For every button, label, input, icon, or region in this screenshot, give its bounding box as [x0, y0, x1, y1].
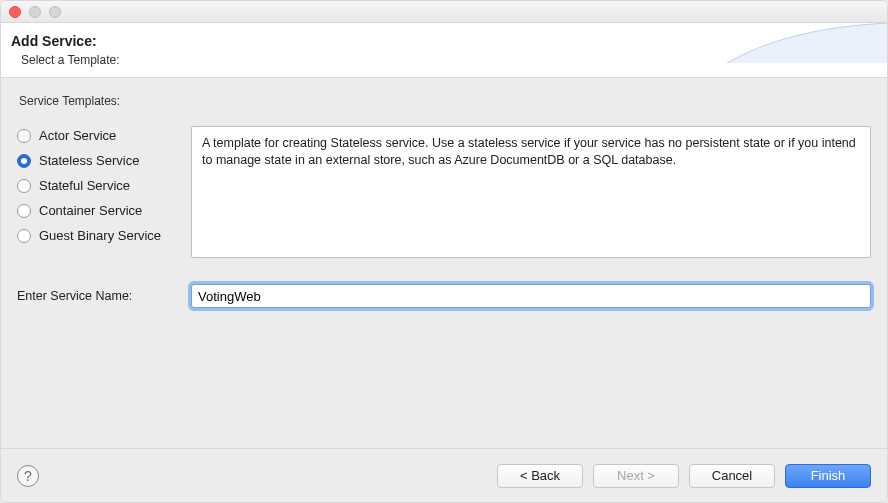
titlebar — [1, 1, 887, 23]
cancel-button[interactable]: Cancel — [689, 464, 775, 488]
radio-label: Actor Service — [39, 128, 116, 143]
dialog-body: Service Templates: Actor Service Statele… — [1, 78, 887, 448]
radio-stateful-service[interactable]: Stateful Service — [17, 178, 177, 193]
back-button[interactable]: < Back — [497, 464, 583, 488]
radio-label: Stateless Service — [39, 153, 139, 168]
dialog-footer: ? < Back Next > Cancel Finish — [1, 448, 887, 502]
radio-guest-binary-service[interactable]: Guest Binary Service — [17, 228, 177, 243]
service-name-label: Enter Service Name: — [17, 289, 177, 303]
service-name-input[interactable] — [191, 284, 871, 308]
next-button: Next > — [593, 464, 679, 488]
radio-stateless-service[interactable]: Stateless Service — [17, 153, 177, 168]
templates-group-label: Service Templates: — [19, 94, 871, 108]
radio-label: Stateful Service — [39, 178, 130, 193]
maximize-icon — [49, 6, 61, 18]
radio-icon — [17, 229, 31, 243]
radio-icon — [17, 204, 31, 218]
template-description: A template for creating Stateless servic… — [191, 126, 871, 258]
page-subtitle: Select a Template: — [21, 53, 877, 67]
close-icon[interactable] — [9, 6, 21, 18]
radio-label: Guest Binary Service — [39, 228, 161, 243]
radio-icon — [17, 179, 31, 193]
finish-button[interactable]: Finish — [785, 464, 871, 488]
dialog-window: Add Service: Select a Template: Service … — [0, 0, 888, 503]
service-name-row: Enter Service Name: — [17, 284, 871, 308]
templates-row: Actor Service Stateless Service Stateful… — [17, 126, 871, 258]
template-radio-group: Actor Service Stateless Service Stateful… — [17, 126, 177, 243]
dialog-header: Add Service: Select a Template: — [1, 23, 887, 78]
radio-icon — [17, 129, 31, 143]
help-icon[interactable]: ? — [17, 465, 39, 487]
radio-actor-service[interactable]: Actor Service — [17, 128, 177, 143]
page-title: Add Service: — [11, 33, 877, 49]
radio-label: Container Service — [39, 203, 142, 218]
minimize-icon — [29, 6, 41, 18]
radio-icon — [17, 154, 31, 168]
radio-container-service[interactable]: Container Service — [17, 203, 177, 218]
